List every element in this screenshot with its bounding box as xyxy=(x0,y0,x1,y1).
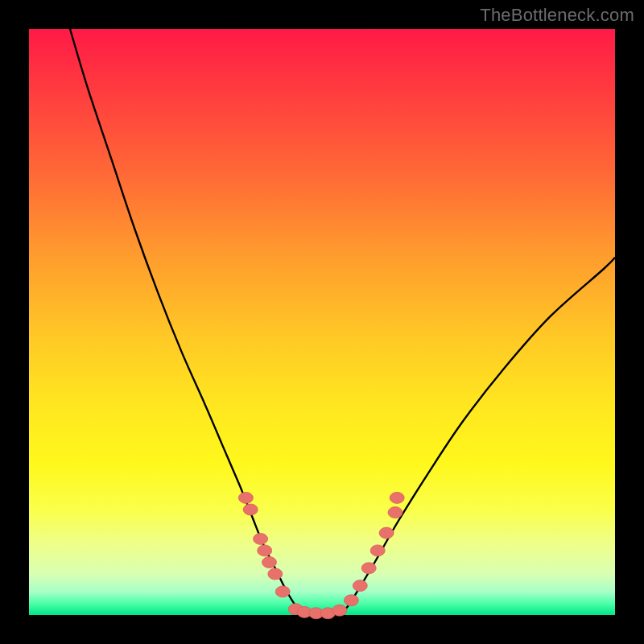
chart-frame: TheBottleneck.com xyxy=(0,0,644,644)
marker-point xyxy=(243,504,258,515)
marker-point xyxy=(353,580,367,592)
marker-point xyxy=(379,527,394,539)
marker-point xyxy=(238,492,253,503)
chart-svg xyxy=(29,29,615,615)
bottleneck-curve xyxy=(70,29,615,616)
marker-point xyxy=(332,605,347,616)
marker-point xyxy=(258,545,272,556)
marker-layer xyxy=(238,492,404,618)
curve-layer xyxy=(70,29,615,616)
marker-point xyxy=(275,586,290,597)
marker-point xyxy=(262,557,277,568)
marker-point xyxy=(390,492,404,503)
marker-point xyxy=(370,545,385,556)
marker-point xyxy=(268,568,283,580)
chart-plot-area xyxy=(29,29,615,615)
marker-point xyxy=(388,507,402,518)
marker-point xyxy=(361,563,376,574)
marker-point xyxy=(254,533,268,544)
watermark-text: TheBottleneck.com xyxy=(480,5,634,26)
marker-point xyxy=(344,595,358,606)
